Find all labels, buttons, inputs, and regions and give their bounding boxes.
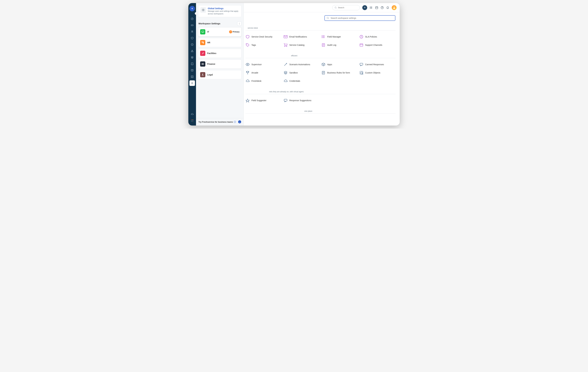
global-search-input[interactable]: [338, 6, 364, 9]
workspace-item-facilities[interactable]: Facilities: [198, 49, 242, 58]
setting-email-notifications[interactable]: Email Notifications: [284, 35, 320, 39]
expand-rail-button[interactable]: ›: [195, 12, 197, 15]
svg-point-27: [192, 120, 192, 120]
setting-icon: [321, 62, 326, 66]
try-freshservice-bar[interactable]: Try Freshservice for business teams i ⌄: [196, 118, 244, 125]
global-settings-card[interactable]: Global Settings Manage users and setting…: [198, 5, 242, 17]
global-search[interactable]: [332, 5, 360, 10]
workspace-icon: [200, 61, 205, 67]
workspace-icon: [200, 40, 205, 45]
calendar-icon[interactable]: [375, 6, 378, 9]
setting-icon: [284, 79, 288, 83]
setting-scenario-automations[interactable]: Scenario Automations: [284, 62, 320, 66]
rail-problems[interactable]: [189, 29, 195, 34]
setting-icon: [321, 71, 326, 75]
section-description: service desk: [246, 27, 395, 31]
setting-canned-responses[interactable]: Canned Responses: [359, 62, 396, 66]
avatar[interactable]: [392, 5, 397, 10]
search-icon: [327, 17, 329, 19]
setting-icon: [284, 35, 288, 39]
setting-field-manager[interactable]: Field Manager: [321, 35, 357, 39]
svg-point-33: [192, 121, 192, 122]
svg-point-32: [191, 121, 191, 122]
setting-custom-objects[interactable]: Custom Objects: [359, 71, 396, 75]
setting-icon: [284, 62, 288, 66]
svg-point-28: [193, 120, 193, 120]
setting-apps[interactable]: Apps: [321, 62, 357, 66]
svg-point-30: [192, 120, 192, 121]
setting-arcade[interactable]: Arcade: [246, 71, 282, 75]
workspace-name: Facilities: [207, 52, 240, 54]
rail-alerts[interactable]: [189, 48, 195, 54]
section-description: efficient: [246, 55, 395, 58]
setting-service-desk-security[interactable]: Service Desk Security: [246, 35, 282, 39]
setting-credentials[interactable]: Credentials: [284, 79, 320, 83]
rail-settings[interactable]: [189, 80, 195, 86]
svg-rect-39: [203, 42, 204, 43]
setting-label: Audit Log: [327, 44, 336, 46]
rail-tickets[interactable]: [189, 22, 195, 28]
setting-supervisor[interactable]: Supervisor: [246, 62, 282, 66]
rail-apps[interactable]: [189, 118, 195, 123]
workspace-item-legal[interactable]: Legal: [198, 70, 242, 79]
workspace-name: IT: [207, 31, 227, 33]
svg-point-34: [193, 121, 193, 122]
rail-cloud[interactable]: [189, 112, 195, 117]
app-logo[interactable]: [189, 6, 195, 11]
setting-field-suggester[interactable]: Field Suggester: [246, 98, 282, 103]
global-settings-title: Global Settings: [208, 7, 239, 10]
rail-projects[interactable]: [189, 61, 195, 67]
workspace-item-it[interactable]: IT✓Primary: [198, 27, 242, 36]
setting-freshdesk[interactable]: Freshdesk: [246, 79, 282, 83]
setting-response-suggestions[interactable]: Response Suggestions: [284, 98, 320, 103]
top-bar: +: [244, 3, 400, 12]
rail-reports[interactable]: [189, 74, 195, 79]
workspace-more-button[interactable]: ⋮: [237, 21, 242, 26]
setting-icon: [246, 98, 250, 103]
svg-rect-45: [376, 7, 378, 9]
svg-point-29: [191, 120, 191, 121]
rail-changes[interactable]: [189, 35, 195, 41]
workspace-list: IT✓PrimaryHRFacilitiesFinanceLegal: [196, 27, 244, 79]
rail-dashboard[interactable]: [189, 16, 195, 21]
setting-support-channels[interactable]: Support Channels: [359, 43, 396, 47]
svg-point-35: [203, 10, 204, 10]
workspace-item-finance[interactable]: Finance: [198, 59, 242, 69]
workspace-icon: [200, 51, 205, 56]
checklist-icon[interactable]: [370, 6, 373, 9]
rail-releases[interactable]: [189, 42, 195, 47]
setting-label: SLA Policies: [365, 36, 377, 38]
setting-business-rules-for-form[interactable]: Business Rules for form: [321, 71, 357, 75]
new-button[interactable]: +: [362, 5, 367, 10]
setting-label: Custom Objects: [365, 72, 380, 74]
setting-sla-policies[interactable]: SLA Policies: [359, 35, 396, 39]
svg-rect-22: [191, 63, 193, 65]
main-body: service deskService Desk SecurityEmail N…: [244, 12, 400, 125]
settings-search[interactable]: [325, 15, 395, 21]
setting-icon: [246, 79, 250, 83]
setting-service-catalog[interactable]: Service Catalog: [284, 43, 320, 47]
svg-rect-42: [202, 73, 203, 75]
setting-icon: [284, 98, 288, 103]
setting-label: Business Rules for form: [327, 72, 350, 74]
section-description: one place: [246, 110, 395, 114]
setting-icon: [246, 71, 250, 75]
setting-tags[interactable]: Tags: [246, 43, 282, 47]
workspace-name: Legal: [207, 73, 240, 76]
setting-sandbox[interactable]: Sandbox: [284, 71, 320, 75]
setting-audit-log[interactable]: Audit Log: [321, 43, 357, 47]
svg-point-44: [335, 7, 336, 8]
setting-label: Arcade: [252, 72, 258, 74]
svg-point-38: [203, 41, 204, 42]
setting-label: Field Manager: [327, 36, 341, 38]
settings-search-input[interactable]: [331, 17, 393, 19]
help-icon[interactable]: [381, 6, 384, 9]
rail-assets[interactable]: [189, 55, 195, 60]
primary-badge: ✓Primary: [229, 31, 240, 33]
rail-solutions[interactable]: [189, 68, 195, 73]
secondary-panel: Global Settings Manage users and setting…: [196, 3, 244, 125]
settings-sections: service deskService Desk SecurityEmail N…: [246, 27, 395, 114]
bell-icon[interactable]: [386, 6, 389, 9]
setting-icon: [284, 43, 288, 47]
workspace-item-hr[interactable]: HR: [198, 38, 242, 47]
